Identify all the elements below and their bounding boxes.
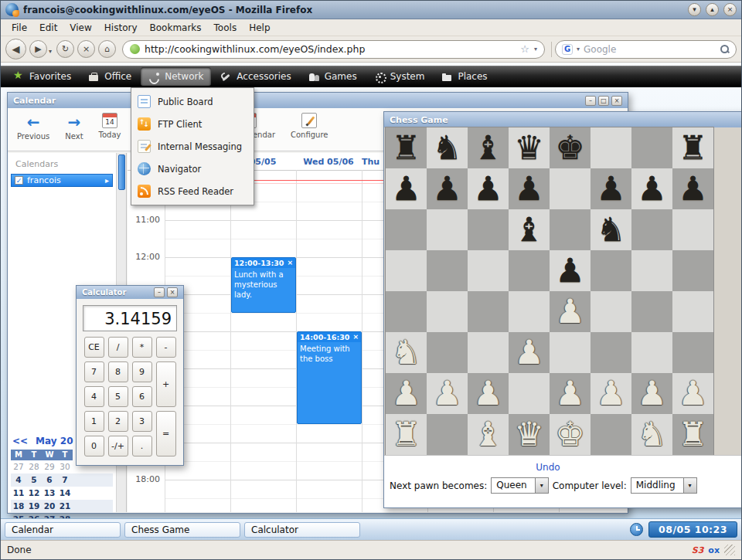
close-icon[interactable]: × xyxy=(352,334,359,341)
toolbar-next[interactable]: Next xyxy=(65,113,83,151)
calc-button-9[interactable]: 9 xyxy=(132,361,152,382)
calc-button-negate[interactable]: -/+ xyxy=(108,436,128,456)
window-maximize-icon[interactable]: □ xyxy=(598,96,609,106)
eyeos-menu-network[interactable]: Network xyxy=(141,67,211,86)
search-magnifier-icon[interactable] xyxy=(720,44,730,54)
eyeos-menu-system[interactable]: System xyxy=(366,67,433,86)
calc-button-1[interactable]: 1 xyxy=(84,411,104,432)
chess-square[interactable]: ♜ xyxy=(386,127,427,168)
search-engine-dropdown-icon[interactable]: ▾ xyxy=(577,46,580,53)
chess-square[interactable]: ♞ xyxy=(427,127,468,168)
menu-item-rss-feed-reader[interactable]: RSS Feed Reader xyxy=(134,180,251,202)
chess-square[interactable] xyxy=(550,332,591,373)
taskbar-item-calendar[interactable]: Calendar xyxy=(5,522,121,538)
chess-square[interactable] xyxy=(468,291,509,332)
chess-square[interactable] xyxy=(631,250,672,291)
chess-square[interactable]: ♞ xyxy=(591,209,631,250)
mini-calendar-day[interactable]: 27 xyxy=(11,460,26,473)
mini-calendar-day[interactable]: 19 xyxy=(26,500,42,513)
chess-square[interactable] xyxy=(468,209,509,250)
back-button[interactable]: ◀ xyxy=(5,39,26,59)
calendar-event[interactable]: 12:00-13:30×Lunch with a mysterious lady… xyxy=(231,257,296,313)
chess-titlebar[interactable]: Chess Game xyxy=(384,112,741,127)
window-minimize-icon[interactable]: – xyxy=(154,287,165,297)
checkbox-icon[interactable]: ✓ xyxy=(15,176,23,185)
chess-square[interactable]: ♝ xyxy=(468,127,509,168)
taskbar-item-chess-game[interactable]: Chess Game xyxy=(124,522,240,538)
eyeos-menu-places[interactable]: Places xyxy=(434,67,495,86)
chess-square[interactable] xyxy=(386,291,427,332)
chess-square[interactable] xyxy=(591,332,631,373)
chess-square[interactable]: ♜ xyxy=(672,127,713,168)
search-input[interactable] xyxy=(584,44,716,55)
reload-button[interactable]: ↻ xyxy=(56,40,74,58)
chess-square[interactable] xyxy=(631,291,672,332)
chess-square[interactable] xyxy=(631,127,672,168)
mini-calendar-day[interactable]: 6 xyxy=(42,473,57,487)
calc-button-minus[interactable]: - xyxy=(156,337,176,358)
mini-calendar-day[interactable]: 28 xyxy=(26,460,42,473)
calc-button-6[interactable]: 6 xyxy=(132,386,152,407)
calendar-list-item[interactable]: ✓ francois ▸ xyxy=(11,174,113,187)
calc-button-dot[interactable]: . xyxy=(132,436,152,456)
chess-square[interactable] xyxy=(591,414,631,455)
mini-calendar-day[interactable]: 12 xyxy=(26,487,42,500)
addon-icon[interactable]: ox xyxy=(708,545,720,555)
menu-item-internal-messaging[interactable]: Internal Messaging xyxy=(134,135,251,158)
calc-button-equals[interactable]: = xyxy=(156,411,176,456)
mini-calendar-day[interactable]: 20 xyxy=(42,500,57,513)
search-bar[interactable]: G ▾ xyxy=(555,40,737,59)
toolbar-configure[interactable]: Configure xyxy=(291,113,328,151)
menu-edit[interactable]: Edit xyxy=(33,21,63,35)
toolbar-previous[interactable]: Previous xyxy=(17,113,49,151)
chess-square[interactable] xyxy=(386,209,427,250)
menu-item-navigator[interactable]: Navigator xyxy=(134,158,251,180)
level-select[interactable]: Middling ▾ xyxy=(631,477,697,494)
close-icon[interactable]: × xyxy=(287,260,293,266)
chess-square[interactable] xyxy=(468,250,509,291)
chess-square[interactable]: ♟ xyxy=(427,373,468,414)
menu-bookmarks[interactable]: Bookmarks xyxy=(144,21,208,35)
chess-square[interactable] xyxy=(509,250,550,291)
minimize-button[interactable]: ▾ xyxy=(688,3,701,16)
chess-square[interactable]: ♟ xyxy=(631,373,672,414)
chess-square[interactable] xyxy=(631,209,672,250)
chess-square[interactable]: ♞ xyxy=(386,332,427,373)
menu-history[interactable]: History xyxy=(98,21,144,35)
pawn-select[interactable]: Queen ▾ xyxy=(491,477,548,494)
chess-square[interactable]: ♟ xyxy=(550,291,591,332)
mini-calendar-day[interactable]: 5 xyxy=(26,473,42,487)
chess-square[interactable]: ♟ xyxy=(631,168,672,209)
mini-calendar-day[interactable]: 11 xyxy=(11,487,26,500)
chess-square[interactable] xyxy=(427,209,468,250)
chess-square[interactable]: ♟ xyxy=(591,168,631,209)
url-bar[interactable]: ☆ ▾ xyxy=(122,40,545,59)
chess-square[interactable] xyxy=(672,291,713,332)
chess-square[interactable]: ♛ xyxy=(509,127,550,168)
chess-square[interactable] xyxy=(386,250,427,291)
menu-item-public-board[interactable]: Public Board xyxy=(134,90,251,113)
chess-square[interactable] xyxy=(672,332,713,373)
calc-button-3[interactable]: 3 xyxy=(132,411,152,432)
mini-calendar-day[interactable]: 14 xyxy=(57,487,73,500)
eyeos-menu-office[interactable]: Office xyxy=(80,67,139,86)
s3fox-addon-icon[interactable]: S3 xyxy=(692,545,704,555)
window-close-icon[interactable]: × xyxy=(611,96,622,106)
calc-button-plus[interactable]: + xyxy=(156,361,176,407)
chess-square[interactable]: ♚ xyxy=(550,127,591,168)
chess-square[interactable] xyxy=(468,332,509,373)
mini-calendar-day[interactable]: 4 xyxy=(11,473,26,487)
mini-calendar-day[interactable]: 13 xyxy=(42,487,57,500)
chess-square[interactable]: ♚ xyxy=(550,414,591,455)
window-close-icon[interactable]: × xyxy=(167,287,178,297)
calc-button-multiply[interactable]: * xyxy=(132,337,152,358)
chess-square[interactable]: ♞ xyxy=(631,414,672,455)
undo-link[interactable]: Undo xyxy=(384,456,712,477)
mini-calendar-day[interactable]: 21 xyxy=(57,500,73,513)
eyeos-menu-games[interactable]: Games xyxy=(301,67,365,86)
resize-grip[interactable] xyxy=(724,545,735,555)
calculator-titlebar[interactable]: Calculator – × xyxy=(77,286,183,299)
chess-square[interactable] xyxy=(550,168,591,209)
chess-square[interactable]: ♝ xyxy=(509,209,550,250)
chess-square[interactable] xyxy=(631,332,672,373)
